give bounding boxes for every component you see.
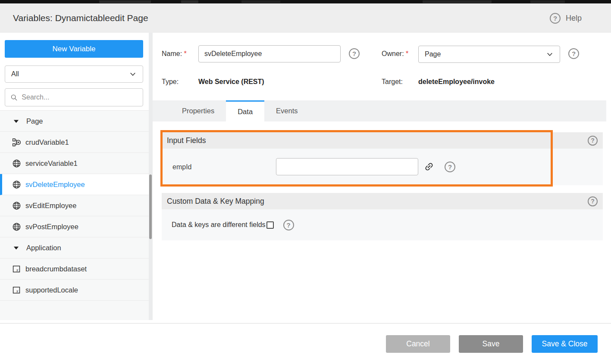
background-text-smudge	[181, 0, 198, 3]
background-app-strip	[0, 0, 611, 3]
custom-mapping-help-icon[interactable]	[588, 196, 598, 206]
different-fields-help-icon[interactable]	[283, 220, 294, 230]
owner-help-icon[interactable]	[568, 48, 579, 59]
custom-mapping-header: Custom Data & Key Mapping	[162, 193, 603, 209]
chevron-down-icon	[546, 50, 554, 58]
service-variable-globe-icon	[12, 159, 21, 168]
input-fields-help-icon[interactable]	[588, 136, 598, 146]
variable-label: svDeleteEmployee	[25, 180, 85, 189]
target-value: deleteEmployee/invoke	[418, 78, 495, 86]
search-icon	[10, 93, 18, 102]
svg-text:x: x	[16, 267, 19, 272]
variables-sidebar: New Variable All Page	[0, 33, 149, 364]
empid-input[interactable]	[276, 158, 418, 175]
model-variable-icon: x	[12, 264, 21, 274]
help-button[interactable]: Help	[550, 3, 582, 33]
help-label: Help	[566, 14, 582, 23]
background-text-smudge	[530, 0, 565, 3]
variable-label: svEditEmployee	[25, 202, 76, 210]
tab-data[interactable]: Data	[226, 100, 264, 121]
cancel-button[interactable]: Cancel	[386, 335, 450, 353]
sidebar-item-svdeleteemployee[interactable]: svDeleteEmployee	[0, 174, 149, 195]
service-variable-globe-icon	[12, 222, 21, 231]
owner-select[interactable]: Page	[418, 46, 560, 63]
variable-label: supportedLocale	[25, 286, 78, 294]
input-fields-title: Input Fields	[167, 136, 588, 145]
sidebar-item-supportedlocale[interactable]: x supportedLocale	[0, 280, 149, 301]
sidebar-scrollbar-thumb[interactable]	[149, 174, 152, 239]
sidebar-item-svpostemployee[interactable]: svPostEmployee	[0, 216, 149, 237]
background-text-smudge	[99, 0, 151, 3]
required-asterisk: *	[184, 50, 187, 57]
group-label: Application	[26, 244, 61, 252]
type-value: Web Service (REST)	[198, 78, 264, 86]
service-variable-globe-icon	[12, 201, 21, 210]
save-button[interactable]: Save	[459, 335, 523, 353]
variable-label: breadcrumbdataset	[25, 265, 87, 273]
variable-list: Page crudVariable1 serviceVariable1	[0, 110, 149, 320]
different-fields-checkbox[interactable]	[266, 221, 274, 229]
input-fields-header: Input Fields	[162, 132, 603, 149]
new-variable-button[interactable]: New Variable	[5, 40, 143, 58]
sidebar-group-application[interactable]: Application	[0, 237, 149, 258]
collapse-triangle-icon	[13, 118, 19, 124]
svg-text:x: x	[16, 288, 19, 293]
background-text-smudge	[241, 0, 280, 3]
input-fields-section: Input Fields empId	[162, 132, 603, 185]
chevron-down-icon	[129, 70, 137, 78]
required-asterisk: *	[406, 50, 408, 57]
custom-mapping-section: Custom Data & Key Mapping Data & keys ar…	[162, 193, 603, 240]
save-and-close-button[interactable]: Save & Close	[532, 335, 598, 353]
type-label: Type:	[162, 78, 179, 86]
detail-tabbar: Properties Data Events	[153, 100, 606, 121]
variable-search-box	[5, 88, 143, 106]
variable-label: svPostEmployee	[25, 223, 78, 231]
variable-detail-panel: Name: * Owner: * Page Type: Web Service …	[153, 33, 611, 320]
sidebar-item-sveditemployee[interactable]: svEditEmployee	[0, 195, 149, 216]
service-variable-globe-icon	[12, 180, 21, 189]
sidebar-group-page[interactable]: Page	[0, 111, 149, 132]
dialog-titlebar: Variables: Dynamictableedit Page Help	[0, 3, 611, 33]
empid-help-icon[interactable]	[445, 162, 455, 172]
owner-selected-value: Page	[425, 50, 546, 58]
group-label: Page	[26, 117, 43, 125]
search-input[interactable]	[22, 93, 138, 101]
empid-label: empId	[172, 149, 191, 185]
different-fields-label: Data & keys are different fields	[172, 221, 266, 229]
custom-mapping-title: Custom Data & Key Mapping	[167, 197, 588, 206]
help-circle-icon	[550, 13, 561, 24]
name-label: Name: *	[162, 50, 187, 58]
background-text-smudge	[423, 0, 492, 3]
target-label: Target:	[382, 78, 403, 86]
tab-events[interactable]: Events	[264, 100, 309, 121]
sidebar-item-crudvariable1[interactable]: crudVariable1	[0, 132, 149, 153]
custom-mapping-body: Data & keys are different fields	[162, 209, 603, 240]
name-help-icon[interactable]	[349, 48, 360, 59]
filter-selected-value: All	[11, 70, 129, 78]
input-fields-body: empId	[162, 149, 603, 185]
variable-label: crudVariable1	[25, 138, 69, 146]
bind-link-icon[interactable]	[422, 159, 436, 174]
owner-label: Owner: *	[382, 50, 408, 58]
tab-properties[interactable]: Properties	[170, 100, 226, 121]
sidebar-item-servicevariable1[interactable]: serviceVariable1	[0, 153, 149, 174]
collapse-triangle-icon	[13, 245, 19, 251]
variable-label: serviceVariable1	[25, 159, 78, 168]
name-input[interactable]	[198, 45, 341, 62]
variable-filter-select[interactable]: All	[5, 65, 143, 83]
crud-variable-icon	[12, 138, 21, 147]
dialog-title: Variables: Dynamictableedit Page	[13, 3, 148, 33]
dialog-footer: Cancel Save Save & Close	[0, 324, 611, 364]
model-variable-icon: x	[12, 286, 21, 295]
sidebar-item-breadcrumbdataset[interactable]: x breadcrumbdataset	[0, 258, 149, 280]
